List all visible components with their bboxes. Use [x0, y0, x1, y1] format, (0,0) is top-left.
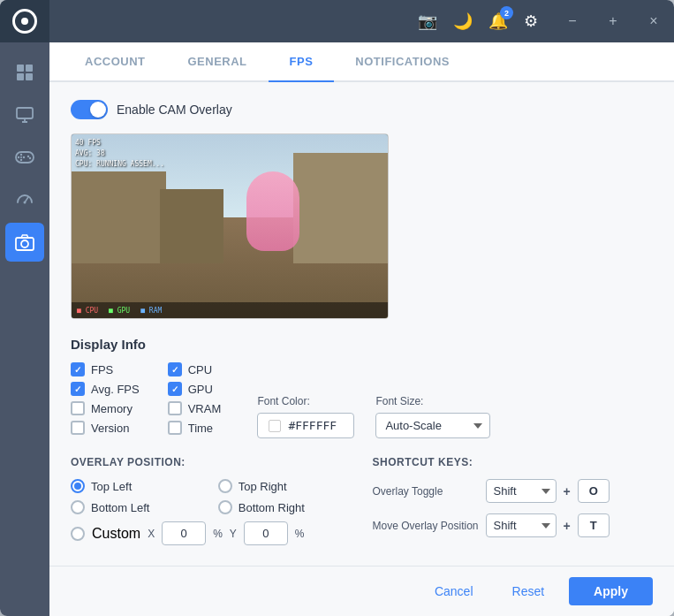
tab-fps[interactable]: FPS — [269, 42, 335, 82]
settings-icon[interactable]: ⚙ — [524, 11, 538, 31]
overlay-toggle-key[interactable]: O — [578, 479, 610, 503]
move-overlay-key[interactable]: T — [578, 513, 610, 537]
x-input[interactable] — [162, 521, 206, 545]
color-swatch — [269, 420, 281, 432]
checkbox-memory-box[interactable] — [71, 401, 85, 415]
radio-top-left[interactable]: Top Left — [71, 479, 204, 493]
plus-sign-2: + — [564, 519, 571, 533]
window-controls: − + × — [552, 0, 674, 42]
color-value: #FFFFFF — [288, 419, 337, 432]
notifications-icon[interactable]: 🔔 2 — [488, 11, 508, 31]
checkbox-memory[interactable]: Memory — [71, 401, 140, 415]
radio-top-left-circle[interactable] — [71, 479, 85, 493]
checkbox-gpu[interactable]: ✓ GPU — [168, 382, 237, 396]
font-color-label: Font Color: — [257, 395, 354, 407]
title-bar-icons: 📷 🌙 🔔 2 ⚙ — [404, 11, 552, 31]
overlay-toggle-modifier[interactable]: Shift Ctrl Alt — [486, 479, 557, 503]
cancel-button[interactable]: Cancel — [420, 577, 488, 605]
overlay-preview: 40 FPS AVG: 38 CPU: RUNNING ASSEM... ■ C… — [71, 133, 389, 319]
toggle-knob — [90, 102, 106, 118]
custom-label: Custom — [92, 526, 140, 542]
font-size-select[interactable]: Auto-Scale Small Medium Large — [375, 413, 490, 438]
game-scene: 40 FPS AVG: 38 CPU: RUNNING ASSEM... ■ C… — [72, 134, 388, 318]
radio-custom-circle[interactable] — [71, 527, 85, 541]
title-bar: 📷 🌙 🔔 2 ⚙ − + × — [0, 0, 674, 42]
overlay-stats: 40 FPS AVG: 38 CPU: RUNNING ASSEM... — [75, 138, 164, 170]
checkbox-fps-label: FPS — [91, 363, 113, 376]
screenshot-icon[interactable]: 📷 — [418, 11, 437, 31]
x-percent: % — [213, 528, 223, 540]
radio-bottom-right[interactable]: Bottom Right — [218, 500, 352, 514]
minimize-button[interactable]: − — [552, 0, 593, 42]
content-area: ACCOUNT GENERAL FPS NOTIFICATIONS Enable… — [49, 42, 674, 616]
checkbox-fps-box[interactable]: ✓ — [71, 362, 85, 376]
move-overlay-label: Move Overlay Position — [373, 520, 479, 532]
shortcut-move-overlay-row: Move Overlay Position Shift Ctrl Alt + T — [373, 513, 654, 537]
maximize-button[interactable]: + — [593, 0, 633, 42]
x-label: X — [148, 528, 155, 540]
move-overlay-modifier[interactable]: Shift Ctrl Alt — [486, 513, 557, 537]
sidebar-item-display[interactable] — [5, 95, 44, 134]
svg-rect-4 — [17, 108, 33, 118]
sidebar-item-gamepad[interactable] — [5, 138, 44, 177]
radio-bottom-right-circle[interactable] — [218, 500, 232, 514]
radio-top-right-circle[interactable] — [218, 479, 232, 493]
svg-point-10 — [20, 159, 22, 161]
display-info-left: Display Info ✓ FPS ✓ CPU — [71, 337, 236, 442]
svg-point-13 — [27, 156, 29, 157]
radio-bottom-left-circle[interactable] — [71, 500, 85, 514]
radio-bottom-left[interactable]: Bottom Left — [71, 500, 204, 514]
apply-button[interactable]: Apply — [569, 577, 653, 605]
close-button[interactable]: × — [633, 0, 674, 42]
font-color-input[interactable]: #FFFFFF — [257, 413, 354, 438]
enable-overlay-row: Enable CAM Overlay — [71, 100, 653, 119]
tab-account[interactable]: ACCOUNT — [64, 42, 167, 82]
overlay-toggle-label: Overlay Toggle — [373, 485, 479, 498]
checkbox-avg-fps-box[interactable]: ✓ — [71, 382, 85, 396]
checkbox-cpu-box[interactable]: ✓ — [168, 362, 182, 376]
y-percent: % — [295, 528, 305, 540]
radio-top-left-label: Top Left — [91, 480, 132, 493]
tab-notifications[interactable]: NOTIFICATIONS — [334, 42, 471, 82]
reset-button[interactable]: Reset — [498, 577, 559, 605]
plus-sign-1: + — [564, 484, 571, 498]
shortcut-overlay-toggle-row: Overlay Toggle Shift Ctrl Alt + O — [373, 479, 654, 503]
tab-general[interactable]: GENERAL — [167, 42, 269, 82]
sidebar-item-speed[interactable] — [5, 180, 44, 219]
checkbox-version-label: Version — [91, 422, 129, 435]
checkbox-time-box[interactable] — [168, 421, 182, 435]
checkbox-gpu-label: GPU — [188, 383, 213, 396]
checkbox-vram-box[interactable] — [168, 401, 182, 415]
tabs-bar: ACCOUNT GENERAL FPS NOTIFICATIONS — [49, 42, 674, 82]
y-input[interactable] — [244, 521, 288, 545]
sidebar-item-camera[interactable] — [5, 223, 44, 262]
checkbox-fps[interactable]: ✓ FPS — [71, 362, 140, 376]
checkboxes-grid: ✓ FPS ✓ CPU ✓ Avg. FPS — [71, 362, 236, 435]
checkbox-version-box[interactable] — [71, 421, 85, 435]
display-info-title: Display Info — [71, 337, 236, 352]
sidebar-item-dashboard[interactable] — [5, 53, 44, 92]
checkbox-avg-fps[interactable]: ✓ Avg. FPS — [71, 382, 140, 396]
darkmode-icon[interactable]: 🌙 — [453, 11, 473, 31]
bottom-bar: Cancel Reset Apply — [49, 566, 674, 616]
app-logo[interactable] — [0, 0, 49, 42]
svg-rect-0 — [17, 65, 24, 72]
svg-rect-2 — [17, 73, 24, 80]
checkbox-gpu-box[interactable]: ✓ — [168, 382, 182, 396]
position-radio-group: Top Left Top Right Bottom Left — [71, 479, 352, 514]
radio-top-right[interactable]: Top Right — [218, 479, 352, 493]
checkbox-time[interactable]: Time — [168, 421, 237, 435]
main-layout: ACCOUNT GENERAL FPS NOTIFICATIONS Enable… — [0, 42, 674, 616]
svg-point-11 — [18, 156, 19, 158]
enable-overlay-toggle[interactable] — [71, 100, 108, 119]
bottom-stats-bar: ■ CPU ■ GPU ■ RAM — [72, 302, 388, 318]
svg-rect-3 — [26, 73, 33, 80]
checkbox-vram[interactable]: VRAM — [168, 401, 237, 415]
checkbox-version[interactable]: Version — [71, 421, 140, 435]
sidebar — [0, 42, 49, 616]
checkbox-cpu-label: CPU — [188, 363, 212, 376]
checkbox-cpu[interactable]: ✓ CPU — [168, 362, 237, 376]
enable-overlay-label: Enable CAM Overlay — [117, 103, 232, 117]
radio-bottom-right-label: Bottom Right — [239, 501, 305, 514]
lower-section: OVERLAY POSITION: Top Left — [71, 456, 653, 548]
